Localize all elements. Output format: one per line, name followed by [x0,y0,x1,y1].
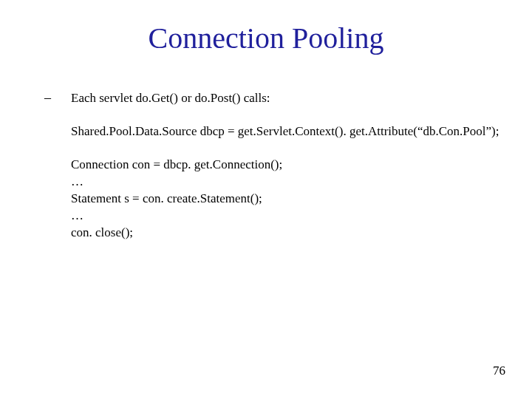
slide-title: Connection Pooling [0,21,532,55]
bullet-item: – Each servlet do.Get() or do.Post() cal… [44,89,517,107]
slide: Connection Pooling – Each servlet do.Get… [0,0,532,399]
bullet-text-intro: Each servlet do.Get() or do.Post() calls… [71,90,270,107]
code-line-ellipsis-2: … [71,208,517,225]
bullet-dash: – [44,89,71,106]
code-line-ellipsis-1: … [71,174,517,191]
slide-body: – Each servlet do.Get() or do.Post() cal… [44,89,517,242]
page-number: 76 [493,364,505,378]
code-line-conn: Connection con = dbcp. get.Connection(); [71,157,517,174]
code-line-close: con. close(); [71,225,517,242]
code-line-stmt: Statement s = con. create.Statement(); [71,191,517,208]
code-line-declare: Shared.Pool.Data.Source dbcp = get.Servl… [71,123,517,140]
